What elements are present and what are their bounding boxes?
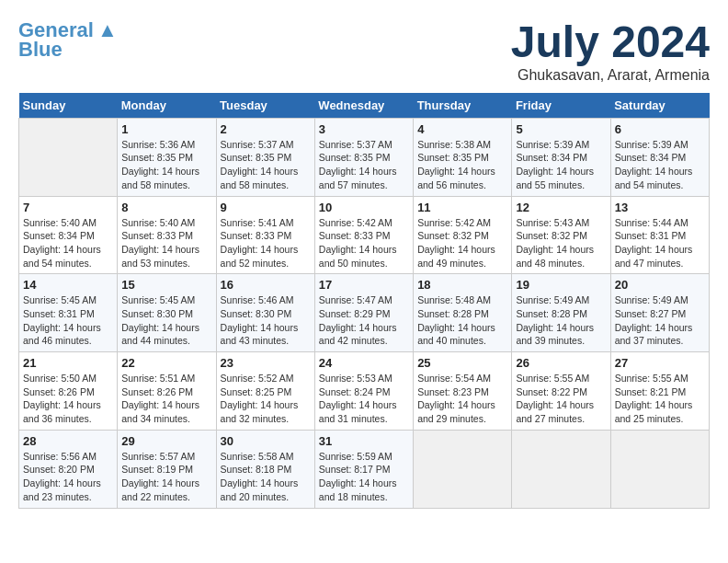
day-info: Sunrise: 5:41 AM Sunset: 8:33 PM Dayligh… <box>221 216 311 270</box>
calendar-cell: 2Sunrise: 5:37 AM Sunset: 8:35 PM Daylig… <box>216 118 314 196</box>
day-number: 10 <box>319 201 409 214</box>
day-info: Sunrise: 5:46 AM Sunset: 8:30 PM Dayligh… <box>221 293 311 348</box>
logo-blue-text: Blue <box>18 39 63 61</box>
calendar-cell: 9Sunrise: 5:41 AM Sunset: 8:33 PM Daylig… <box>216 196 314 274</box>
day-number: 1 <box>121 122 211 136</box>
calendar-cell: 21Sunrise: 5:50 AM Sunset: 8:26 PM Dayli… <box>19 352 118 431</box>
calendar-week-row: 14Sunrise: 5:45 AM Sunset: 8:31 PM Dayli… <box>19 274 710 352</box>
day-number: 24 <box>319 356 409 370</box>
calendar-cell: 16Sunrise: 5:46 AM Sunset: 8:30 PM Dayli… <box>216 274 314 352</box>
day-number: 6 <box>615 122 705 136</box>
calendar-header-thursday: Thursday <box>414 93 512 119</box>
day-info: Sunrise: 5:38 AM Sunset: 8:35 PM Dayligh… <box>417 138 507 192</box>
day-number: 21 <box>23 356 113 370</box>
day-info: Sunrise: 5:36 AM Sunset: 8:35 PM Dayligh… <box>121 138 211 192</box>
calendar-cell: 25Sunrise: 5:54 AM Sunset: 8:23 PM Dayli… <box>414 352 512 431</box>
title-block: July 2024 Ghukasavan, Ararat, Armenia <box>511 18 710 84</box>
day-number: 9 <box>221 201 311 214</box>
day-number: 27 <box>615 356 705 370</box>
calendar-cell: 19Sunrise: 5:49 AM Sunset: 8:28 PM Dayli… <box>512 274 610 352</box>
calendar-header-monday: Monday <box>118 93 216 119</box>
calendar-cell: 6Sunrise: 5:39 AM Sunset: 8:34 PM Daylig… <box>610 118 709 196</box>
calendar-week-row: 21Sunrise: 5:50 AM Sunset: 8:26 PM Dayli… <box>19 352 710 431</box>
calendar-cell: 3Sunrise: 5:37 AM Sunset: 8:35 PM Daylig… <box>314 118 413 196</box>
calendar-cell <box>512 430 610 508</box>
day-info: Sunrise: 5:52 AM Sunset: 8:25 PM Dayligh… <box>221 372 311 426</box>
calendar-cell: 27Sunrise: 5:55 AM Sunset: 8:21 PM Dayli… <box>610 352 709 431</box>
calendar-week-row: 28Sunrise: 5:56 AM Sunset: 8:20 PM Dayli… <box>19 430 710 508</box>
day-info: Sunrise: 5:44 AM Sunset: 8:31 PM Dayligh… <box>615 216 705 270</box>
day-number: 13 <box>615 201 705 214</box>
day-info: Sunrise: 5:45 AM Sunset: 8:31 PM Dayligh… <box>23 293 113 348</box>
day-number: 15 <box>121 278 211 292</box>
calendar-week-row: 1Sunrise: 5:36 AM Sunset: 8:35 PM Daylig… <box>19 118 710 196</box>
calendar-cell <box>414 430 512 508</box>
calendar-header-friday: Friday <box>512 93 610 119</box>
calendar-cell: 14Sunrise: 5:45 AM Sunset: 8:31 PM Dayli… <box>19 274 118 352</box>
day-info: Sunrise: 5:42 AM Sunset: 8:33 PM Dayligh… <box>319 216 409 270</box>
calendar-cell: 7Sunrise: 5:40 AM Sunset: 8:34 PM Daylig… <box>19 196 118 274</box>
day-info: Sunrise: 5:40 AM Sunset: 8:33 PM Dayligh… <box>121 216 211 270</box>
calendar-cell: 15Sunrise: 5:45 AM Sunset: 8:30 PM Dayli… <box>118 274 216 352</box>
calendar-cell: 31Sunrise: 5:59 AM Sunset: 8:17 PM Dayli… <box>314 430 413 508</box>
day-info: Sunrise: 5:42 AM Sunset: 8:32 PM Dayligh… <box>417 216 507 270</box>
day-info: Sunrise: 5:48 AM Sunset: 8:28 PM Dayligh… <box>417 293 507 348</box>
day-number: 30 <box>221 434 311 448</box>
day-number: 22 <box>121 356 211 370</box>
day-info: Sunrise: 5:39 AM Sunset: 8:34 PM Dayligh… <box>516 138 606 192</box>
calendar-cell: 26Sunrise: 5:55 AM Sunset: 8:22 PM Dayli… <box>512 352 610 431</box>
day-number: 14 <box>23 278 113 292</box>
calendar-cell: 12Sunrise: 5:43 AM Sunset: 8:32 PM Dayli… <box>512 196 610 274</box>
calendar-cell: 18Sunrise: 5:48 AM Sunset: 8:28 PM Dayli… <box>414 274 512 352</box>
calendar-cell: 23Sunrise: 5:52 AM Sunset: 8:25 PM Dayli… <box>216 352 314 431</box>
calendar-cell: 5Sunrise: 5:39 AM Sunset: 8:34 PM Daylig… <box>512 118 610 196</box>
day-number: 2 <box>221 122 311 136</box>
day-info: Sunrise: 5:58 AM Sunset: 8:18 PM Dayligh… <box>221 450 311 504</box>
day-info: Sunrise: 5:40 AM Sunset: 8:34 PM Dayligh… <box>23 216 113 270</box>
calendar-cell: 24Sunrise: 5:53 AM Sunset: 8:24 PM Dayli… <box>314 352 413 431</box>
day-info: Sunrise: 5:53 AM Sunset: 8:24 PM Dayligh… <box>319 372 409 426</box>
day-number: 11 <box>417 201 507 214</box>
calendar-week-row: 7Sunrise: 5:40 AM Sunset: 8:34 PM Daylig… <box>19 196 710 274</box>
day-number: 17 <box>319 278 409 292</box>
page-header: General ▲ Blue July 2024 Ghukasavan, Ara… <box>18 18 710 84</box>
day-number: 20 <box>615 278 705 292</box>
calendar-cell: 4Sunrise: 5:38 AM Sunset: 8:35 PM Daylig… <box>414 118 512 196</box>
calendar-cell: 11Sunrise: 5:42 AM Sunset: 8:32 PM Dayli… <box>414 196 512 274</box>
calendar-cell: 20Sunrise: 5:49 AM Sunset: 8:27 PM Dayli… <box>610 274 709 352</box>
calendar-cell: 1Sunrise: 5:36 AM Sunset: 8:35 PM Daylig… <box>118 118 216 196</box>
day-info: Sunrise: 5:57 AM Sunset: 8:19 PM Dayligh… <box>121 450 211 504</box>
day-number: 28 <box>23 434 113 448</box>
day-info: Sunrise: 5:55 AM Sunset: 8:22 PM Dayligh… <box>516 372 606 426</box>
location: Ghukasavan, Ararat, Armenia <box>511 67 710 84</box>
calendar-cell: 17Sunrise: 5:47 AM Sunset: 8:29 PM Dayli… <box>314 274 413 352</box>
calendar-header-row: SundayMondayTuesdayWednesdayThursdayFrid… <box>19 93 710 119</box>
calendar-cell: 29Sunrise: 5:57 AM Sunset: 8:19 PM Dayli… <box>118 430 216 508</box>
day-number: 31 <box>319 434 409 448</box>
day-info: Sunrise: 5:50 AM Sunset: 8:26 PM Dayligh… <box>23 372 113 426</box>
day-number: 26 <box>516 356 606 370</box>
calendar-header-tuesday: Tuesday <box>216 93 314 119</box>
day-number: 19 <box>516 278 606 292</box>
day-number: 12 <box>516 201 606 214</box>
day-info: Sunrise: 5:49 AM Sunset: 8:27 PM Dayligh… <box>615 293 705 348</box>
calendar-cell: 13Sunrise: 5:44 AM Sunset: 8:31 PM Dayli… <box>610 196 709 274</box>
calendar-table: SundayMondayTuesdayWednesdayThursdayFrid… <box>18 93 710 509</box>
day-number: 16 <box>221 278 311 292</box>
calendar-header-saturday: Saturday <box>610 93 709 119</box>
day-number: 5 <box>516 122 606 136</box>
day-info: Sunrise: 5:55 AM Sunset: 8:21 PM Dayligh… <box>615 372 705 426</box>
day-number: 18 <box>417 278 507 292</box>
day-number: 4 <box>417 122 507 136</box>
calendar-cell: 22Sunrise: 5:51 AM Sunset: 8:26 PM Dayli… <box>118 352 216 431</box>
logo-bird-icon: ▲ <box>97 18 118 42</box>
calendar-cell <box>19 118 118 196</box>
day-number: 8 <box>121 201 211 214</box>
day-info: Sunrise: 5:37 AM Sunset: 8:35 PM Dayligh… <box>221 138 311 192</box>
day-info: Sunrise: 5:56 AM Sunset: 8:20 PM Dayligh… <box>23 450 113 504</box>
day-number: 3 <box>319 122 409 136</box>
day-info: Sunrise: 5:37 AM Sunset: 8:35 PM Dayligh… <box>319 138 409 192</box>
day-info: Sunrise: 5:39 AM Sunset: 8:34 PM Dayligh… <box>615 138 705 192</box>
day-number: 29 <box>121 434 211 448</box>
day-number: 25 <box>417 356 507 370</box>
